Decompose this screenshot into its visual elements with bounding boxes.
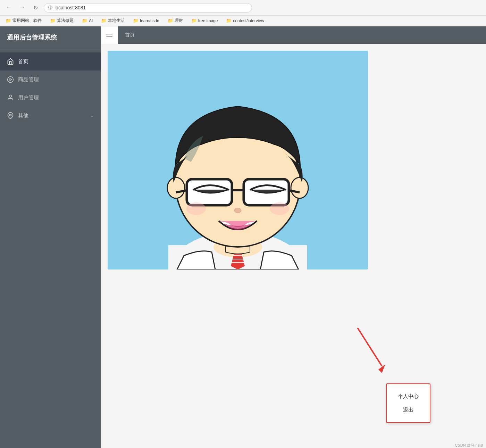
- menu-item-label: 首页: [18, 58, 28, 65]
- sidebar-item-用户管理[interactable]: 用户管理: [0, 89, 101, 107]
- logout-button[interactable]: 退出: [395, 403, 421, 417]
- menu-item-label: 其他: [18, 113, 28, 119]
- folder-icon: 📁: [101, 18, 107, 23]
- svg-point-21: [270, 202, 289, 215]
- bookmark-item[interactable]: 📁free image: [190, 17, 219, 24]
- app-container: 通用后台管理系统 首页 商品管理 用户管理 其他 ⌄: [0, 26, 486, 448]
- bookmark-label: 理财: [175, 18, 183, 24]
- bookmark-label: learn/csdn: [140, 18, 159, 23]
- refresh-button[interactable]: ↻: [31, 3, 40, 13]
- main-content: 首页: [101, 26, 486, 448]
- bookmark-item[interactable]: 📁contest/interview: [225, 17, 265, 24]
- bookmark-label: 常用网站、软件: [12, 18, 42, 24]
- svg-point-12: [167, 177, 185, 198]
- svg-point-13: [291, 177, 308, 198]
- sidebar-title: 通用后台管理系统: [0, 26, 101, 49]
- menu-item-label: 用户管理: [18, 94, 39, 101]
- sidebar-menu: 首页 商品管理 用户管理 其他 ⌄: [0, 49, 101, 128]
- menu-item-label: 商品管理: [18, 76, 39, 83]
- url-text: localhost:8081: [55, 5, 86, 10]
- watermark: CSDN @马insist: [455, 443, 483, 448]
- hamburger-button[interactable]: [101, 26, 118, 44]
- back-button[interactable]: ←: [4, 3, 14, 13]
- folder-icon: 📁: [6, 18, 11, 23]
- folder-icon: 📁: [133, 18, 139, 23]
- sidebar-item-首页[interactable]: 首页: [0, 52, 101, 70]
- home-icon: [7, 58, 14, 65]
- user-icon: [7, 94, 14, 101]
- browser-chrome: ← → ↻ ⓘ localhost:8081 📁常用网站、软件📁算法做题📁AI📁…: [0, 0, 486, 26]
- bookmark-item[interactable]: 📁AI: [81, 17, 94, 24]
- bookmark-label: AI: [89, 18, 93, 23]
- chevron-down-icon: ⌄: [90, 113, 94, 118]
- svg-point-2: [9, 95, 12, 98]
- personal-center-button[interactable]: 个人中心: [395, 390, 421, 403]
- svg-point-0: [8, 77, 14, 83]
- bookmark-item[interactable]: 📁算法做题: [49, 17, 75, 24]
- browser-toolbar: ← → ↻ ⓘ localhost:8081: [0, 0, 486, 16]
- bookmark-item[interactable]: 📁本地生活: [100, 17, 126, 24]
- forward-button[interactable]: →: [17, 3, 27, 13]
- bookmark-label: contest/interview: [233, 18, 264, 23]
- svg-point-19: [234, 208, 241, 213]
- avatar-image: [108, 51, 368, 269]
- svg-line-22: [358, 328, 382, 366]
- bookmarks-bar: 📁常用网站、软件📁算法做题📁AI📁本地生活📁learn/csdn📁理财📁free…: [0, 16, 486, 26]
- folder-icon: 📁: [50, 18, 56, 23]
- folder-icon: 📁: [82, 18, 87, 23]
- bookmark-item[interactable]: 📁常用网站、软件: [4, 17, 43, 24]
- folder-icon: 📁: [191, 18, 197, 23]
- popup-menu: 个人中心 退出: [386, 383, 430, 423]
- avatar-container: [108, 51, 368, 269]
- folder-icon: 📁: [226, 18, 232, 23]
- content-header: 首页: [101, 26, 486, 44]
- address-bar[interactable]: ⓘ localhost:8081: [44, 3, 252, 13]
- bookmark-item[interactable]: 📁理财: [166, 17, 184, 24]
- svg-point-20: [186, 202, 206, 215]
- red-arrow: [347, 324, 389, 381]
- breadcrumb: 首页: [118, 32, 142, 38]
- sidebar-item-商品管理[interactable]: 商品管理: [0, 70, 101, 89]
- lock-icon: ⓘ: [48, 5, 52, 11]
- location-icon: [7, 112, 14, 119]
- hamburger-icon: [106, 34, 112, 36]
- bookmark-label: 本地生活: [108, 18, 125, 24]
- bookmark-label: 算法做题: [57, 18, 74, 24]
- product-icon: [7, 76, 14, 83]
- sidebar: 通用后台管理系统 首页 商品管理 用户管理 其他 ⌄: [0, 26, 101, 448]
- bookmark-item[interactable]: 📁learn/csdn: [132, 17, 160, 24]
- folder-icon: 📁: [168, 18, 173, 23]
- svg-marker-1: [10, 78, 11, 81]
- bookmark-label: free image: [198, 18, 218, 23]
- sidebar-item-其他[interactable]: 其他 ⌄: [0, 107, 101, 125]
- svg-point-3: [10, 114, 11, 116]
- content-body: 个人中心 退出 CSDN @马insist: [101, 44, 486, 448]
